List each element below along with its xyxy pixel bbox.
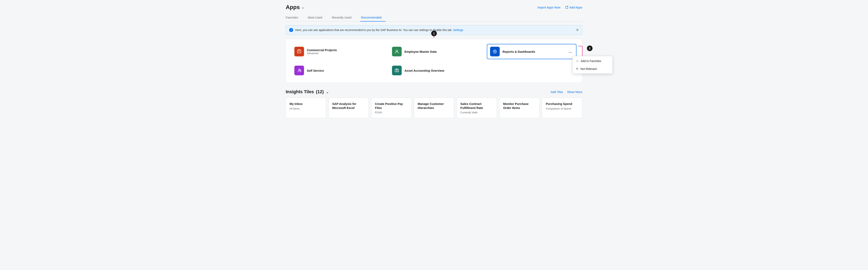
tile-manage-customer-hierarchies[interactable]: Manage Customer Hierarchies [414,98,454,118]
tiles-row: My Inbox All Items SAP Analysis for Micr… [286,98,582,118]
reports-icon [492,49,497,54]
svg-point-5 [494,51,495,52]
app-info-self-service: Self Service [307,69,378,72]
context-menu: ☆ Add to Favorites ✕ Not Relevant [572,56,613,74]
info-icon: i [289,28,293,32]
not-relevant-label: Not Relevant [581,67,597,71]
app-item-commercial-projects[interactable]: Commercial Projects Advanced [291,44,381,59]
app-info-commercial-projects: Commercial Projects Advanced [307,48,378,55]
tab-recommended[interactable]: Recommended [360,14,385,22]
page-title: Apps [286,4,300,10]
tab-favorites[interactable]: Favorites [286,14,302,22]
svg-point-10 [396,70,397,71]
tile-subtitle-my-inbox: All Items [289,107,322,110]
header-right: Import Apps Now Add Apps [537,6,582,9]
tile-title-sales-contract: Sales Contract Fulfillment Rate [460,102,493,110]
employee-icon [394,49,399,54]
annotation-marker-2: 2 [587,46,592,51]
app-subtitle-commercial-projects: Advanced [307,52,378,55]
tile-my-inbox[interactable]: My Inbox All Items [286,98,326,118]
app-name-commercial-projects: Commercial Projects [307,48,378,52]
app-icon-commercial-projects [294,47,304,56]
tile-title-create-positive-pay: Create Positive Pay Files [375,102,408,110]
show-more-link[interactable]: Show More [567,90,582,93]
app-item-self-service[interactable]: Self Service [291,63,381,78]
insights-title: Insights Tiles [286,89,314,94]
svg-point-8 [300,70,301,71]
app-icon-asset-accounting [392,65,402,75]
tile-sales-contract[interactable]: Sales Contract Fulfillment Rate Currentl… [457,98,497,118]
tile-sap-analysis[interactable]: SAP Analysis for Microsoft Excel [329,98,369,118]
apps-section: 1 Commercial Projects Advanced [286,39,582,83]
svg-point-3 [396,50,398,52]
insights-header: Insights Tiles (12) ⌄ Add Tiles Show Mor… [286,89,582,94]
apps-grid: Commercial Projects Advanced Employee Ma… [291,44,577,78]
context-menu-not-relevant[interactable]: ✕ Not Relevant [572,65,613,73]
banner-close-icon[interactable]: ✕ [576,28,579,32]
commercial-projects-icon [297,49,302,54]
app-item-employee-master-data[interactable]: Employee Master Data [389,44,479,59]
tile-title-manage-customer-hierarchies: Manage Customer Hierarchies [418,102,451,110]
import-apps-link[interactable]: Import Apps Now [537,6,560,9]
add-apps-link[interactable]: Add Apps [565,6,582,9]
tile-title-sap-analysis: SAP Analysis for Microsoft Excel [332,102,365,110]
svg-point-7 [299,69,300,71]
external-link-icon [565,6,568,9]
tile-create-positive-pay[interactable]: Create Positive Pay Files FCHX [371,98,411,118]
app-name-reports-dashboards: Reports & Dashboards [502,50,565,53]
add-favorites-label: Add to Favorites [581,59,601,63]
app-name-asset-accounting: Asset Accounting Overview [404,69,476,72]
svg-rect-0 [298,50,301,53]
header-left: Apps ⌄ [286,4,304,10]
tile-purchasing-spend[interactable]: Purchasing Spend Comparison of Spend [542,98,582,118]
tile-subtitle-purchasing-spend: Comparison of Spend [546,107,579,110]
tile-monitor-purchase-order[interactable]: Monitor Purchase Order Items [499,98,540,118]
self-service-icon [297,68,302,73]
page-header: Apps ⌄ Import Apps Now Add Apps [286,4,582,10]
insights-section: Insights Tiles (12) ⌄ Add Tiles Show Mor… [286,89,582,118]
tile-title-monitor-purchase-order: Monitor Purchase Order Items [503,102,536,110]
app-more-button-reports-dashboards[interactable]: … [568,49,573,54]
context-menu-add-favorites[interactable]: ☆ Add to Favorites [572,57,613,65]
app-info-asset-accounting: Asset Accounting Overview [404,69,476,72]
x-icon: ✕ [576,67,579,71]
insights-chevron-icon[interactable]: ⌄ [326,89,329,94]
banner-settings-link[interactable]: Settings [453,28,463,32]
tile-subtitle-sales-contract: Currently Valid [460,111,493,114]
app-item-asset-accounting[interactable]: Asset Accounting Overview [389,63,479,78]
insights-actions: Add Tiles Show More [551,90,582,93]
tabs-bar: Favorites Most Used Recently Used Recomm… [286,14,582,22]
chevron-down-icon[interactable]: ⌄ [301,5,304,9]
tile-title-my-inbox: My Inbox [289,102,322,106]
app-item-reports-dashboards[interactable]: Reports & Dashboards … [487,44,577,59]
tab-most-used[interactable]: Most Used [307,14,326,22]
app-info-reports-dashboards: Reports & Dashboards [502,50,565,53]
asset-accounting-icon [394,68,399,73]
app-icon-reports-dashboards [490,47,500,56]
app-icon-employee-master-data [392,47,402,56]
app-name-employee-master-data: Employee Master Data [404,50,476,53]
svg-rect-9 [395,70,399,72]
add-tiles-link[interactable]: Add Tiles [551,90,563,93]
app-name-self-service: Self Service [307,69,378,72]
app-icon-self-service [294,65,304,75]
annotation-marker-1: 1 [431,31,437,36]
tab-recently-used[interactable]: Recently Used [331,14,355,22]
app-info-employee-master-data: Employee Master Data [404,50,476,53]
tile-title-purchasing-spend: Purchasing Spend [546,102,579,106]
insights-title-row: Insights Tiles (12) ⌄ [286,89,329,94]
star-icon: ☆ [576,59,579,63]
tile-subtitle-create-positive-pay: FCHX [375,111,408,114]
insights-count: (12) [316,89,324,94]
